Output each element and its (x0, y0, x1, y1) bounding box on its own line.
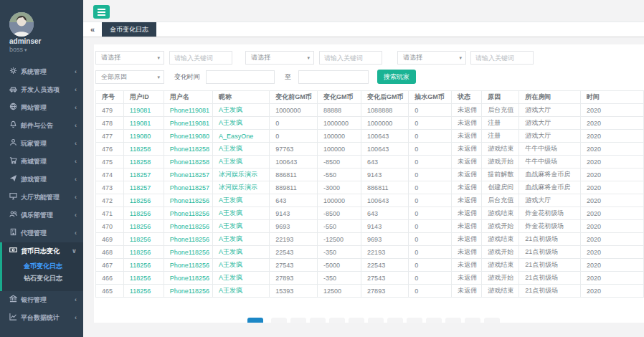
cell-link[interactable]: 118256 (123, 246, 164, 259)
cell-link[interactable]: 118256 (123, 220, 164, 233)
cell-link[interactable]: 118257 (123, 168, 164, 181)
cell-link[interactable]: 118256 (123, 272, 164, 285)
filter-select-1[interactable]: 请选择 ▾ (95, 51, 164, 65)
sidebar-subitem-1[interactable]: 钻石变化日志 (2, 272, 83, 285)
cell-link[interactable]: 118256 (123, 194, 164, 207)
cell-link[interactable]: A王发疯 (213, 156, 270, 168)
cell-link[interactable]: A王发疯 (213, 207, 270, 220)
page-pill-9[interactable] (407, 318, 422, 323)
cell-link[interactable]: Phone119081 (164, 117, 212, 130)
cell-link[interactable]: 119081 (123, 104, 164, 117)
cell-link[interactable]: A王发疯 (213, 104, 270, 117)
cell-link[interactable]: 冰河娱乐演示 (213, 181, 270, 194)
page-pill-6[interactable] (349, 318, 364, 323)
time-to-input[interactable] (298, 70, 369, 84)
cell-link[interactable]: 118256 (123, 207, 164, 220)
keyword-input-3[interactable] (470, 51, 534, 65)
cell-link[interactable]: 118256 (123, 259, 164, 272)
page-pill-5[interactable] (329, 318, 345, 323)
search-player-button[interactable]: 搜索玩家 (377, 70, 416, 84)
page-pill-2[interactable] (271, 318, 287, 323)
cell-link[interactable]: Phone119081 (164, 104, 212, 117)
cell-link[interactable]: Phone118256 (164, 207, 212, 220)
cell-link[interactable]: A王发疯 (213, 285, 270, 298)
user-avatar[interactable] (9, 12, 34, 37)
collapse-tabs-icon[interactable]: « (83, 22, 102, 37)
sidebar-item-6[interactable]: 游戏管理‹ (0, 171, 83, 189)
cell-link[interactable]: Phone118257 (164, 168, 212, 181)
sidebar-item-9[interactable]: 代理管理‹ (0, 224, 83, 242)
sidebar-item-11[interactable]: 银行管理‹ (0, 291, 83, 309)
page-pill-11[interactable] (445, 318, 461, 323)
cell: 0 (270, 117, 318, 130)
cell-link[interactable]: Phone118258 (164, 156, 212, 168)
page-pill-10[interactable] (426, 318, 442, 323)
sidebar-item-3[interactable]: 邮件与公告‹ (0, 117, 83, 135)
cell-link[interactable]: 118258 (123, 156, 164, 168)
cell-link[interactable]: A王发疯 (213, 246, 270, 259)
cell-link[interactable]: A王发疯 (213, 117, 270, 130)
cell-link[interactable]: Phone118258 (164, 143, 212, 156)
cell-link[interactable]: Phone118256 (164, 272, 212, 285)
sidebar-item-5[interactable]: 商城管理‹ (0, 153, 83, 171)
cell-link[interactable]: Phone118257 (164, 181, 212, 194)
cell-link[interactable]: Phone118256 (164, 220, 212, 233)
column-header: 用户ID (123, 91, 164, 104)
cell-link[interactable]: A王发疯 (213, 220, 270, 233)
page-pill-1[interactable] (247, 318, 263, 323)
page-pill-3[interactable] (290, 318, 306, 323)
cell: 21点初级场 (519, 259, 581, 272)
cell-link[interactable]: 冰河娱乐演示 (213, 168, 270, 181)
time-from-input[interactable] (206, 70, 275, 84)
sidebar-item-label: 代理管理 (21, 229, 47, 237)
cell-link[interactable]: Phone118256 (164, 259, 212, 272)
cell-link[interactable]: 118256 (123, 233, 164, 246)
cell-link[interactable]: A_EasyOne (213, 130, 270, 143)
cell: 1088888 (361, 104, 409, 117)
page-pill-13[interactable] (484, 318, 500, 323)
sidebar-subitem-0[interactable]: 金币变化日志 (2, 260, 83, 272)
cart-icon (9, 153, 19, 171)
sidebar-item-12[interactable]: 平台数据统计‹ (0, 309, 83, 327)
cell: 0 (409, 181, 452, 194)
user-role-dropdown[interactable]: boss▾ (9, 46, 27, 53)
column-header: 原因 (482, 91, 519, 104)
sidebar-item-1[interactable]: 开发人员选项‹ (0, 81, 83, 99)
cell: 血战麻将金币房 (519, 168, 581, 181)
cell-link[interactable]: 118257 (123, 181, 164, 194)
menu-toggle-button[interactable] (93, 5, 110, 19)
sidebar-item-0[interactable]: 系统管理‹ (0, 63, 83, 81)
page-pill-12[interactable] (465, 318, 480, 323)
filter-select-3[interactable]: 请选择 ▾ (397, 51, 466, 65)
cell: 未返佣 (451, 168, 481, 181)
keyword-input-2[interactable] (319, 51, 382, 65)
sidebar-item-8[interactable]: 俱乐部管理‹ (0, 207, 83, 224)
sidebar-item-7[interactable]: 大厅功能管理‹ (0, 189, 83, 207)
cell-link[interactable]: Phone118256 (164, 233, 212, 246)
sidebar-item-2[interactable]: 网站管理‹ (0, 99, 83, 117)
page-pill-7[interactable] (368, 318, 384, 323)
sidebar-item-10[interactable]: 货币日志变化∨ (2, 242, 83, 260)
cell-link[interactable]: A王发疯 (213, 259, 270, 272)
page-pill-8[interactable] (387, 318, 403, 323)
cell-link[interactable]: 118258 (123, 143, 164, 156)
cell-link[interactable]: A王发疯 (213, 194, 270, 207)
cell-link[interactable]: Phone118256 (164, 246, 212, 259)
filter-select-2[interactable]: 请选择 ▾ (245, 51, 314, 65)
cell-link[interactable]: A王发疯 (213, 272, 270, 285)
cell-link[interactable]: A王发疯 (213, 143, 270, 156)
keyword-input-1[interactable] (169, 51, 232, 65)
cell-link[interactable]: Phone118256 (164, 285, 212, 298)
cell-link[interactable]: 119081 (123, 117, 164, 130)
reason-select[interactable]: 全部原因 ▾ (95, 70, 164, 84)
cell-link[interactable]: A王发疯 (213, 233, 270, 246)
cell: 886811 (270, 168, 318, 181)
money-icon (9, 243, 19, 261)
cell-link[interactable]: Phone119080 (164, 130, 212, 143)
page-pill-4[interactable] (310, 318, 326, 323)
sidebar-item-4[interactable]: 玩家管理‹ (0, 135, 83, 153)
cell-link[interactable]: Phone118256 (164, 194, 212, 207)
tab-gold-change-log[interactable]: 金币变化日志 (102, 22, 156, 37)
cell-link[interactable]: 118256 (123, 285, 164, 298)
cell-link[interactable]: 119080 (123, 130, 164, 143)
